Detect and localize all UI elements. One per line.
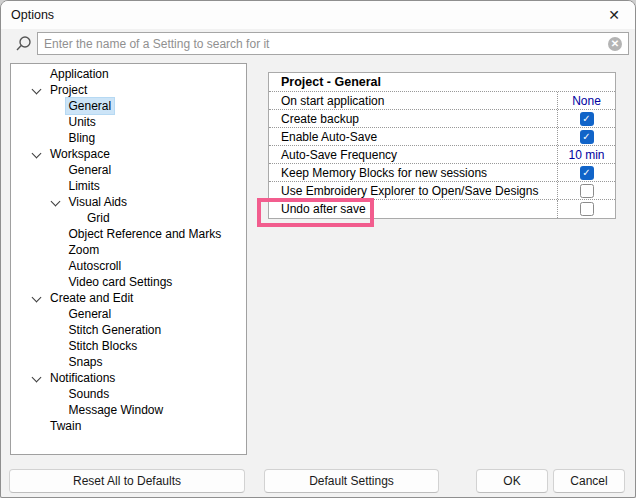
tree-item-limits[interactable]: Limits bbox=[11, 178, 246, 194]
window-title: Options bbox=[1, 8, 54, 22]
setting-label: Auto-Save Frequency bbox=[269, 148, 557, 162]
title-bar: Options ✕ bbox=[1, 1, 635, 29]
checkbox-checked-icon[interactable]: ✓ bbox=[580, 166, 594, 180]
reset-all-to-defaults-button[interactable]: Reset All to Defaults bbox=[9, 469, 245, 493]
checkbox-checked-icon[interactable]: ✓ bbox=[580, 130, 594, 144]
chevron-down-icon[interactable] bbox=[28, 82, 47, 98]
checkbox-unchecked-icon[interactable] bbox=[580, 202, 594, 216]
setting-value-cell: ✓ bbox=[557, 164, 615, 181]
setting-label: Use Embroidery Explorer to Open/Save Des… bbox=[269, 184, 557, 198]
settings-row-enable-auto-save: Enable Auto-Save✓ bbox=[269, 128, 615, 146]
setting-value[interactable]: None bbox=[572, 94, 601, 108]
clear-search-icon[interactable]: ✕ bbox=[608, 37, 622, 51]
chevron-placeholder bbox=[47, 114, 66, 130]
chevron-placeholder bbox=[47, 130, 66, 146]
chevron-placeholder bbox=[47, 162, 66, 178]
tree-item-twain[interactable]: Twain bbox=[11, 418, 246, 434]
tree-item-workspace[interactable]: Workspace bbox=[11, 146, 246, 162]
checkbox-checked-icon[interactable]: ✓ bbox=[580, 112, 594, 126]
chevron-placeholder bbox=[47, 322, 66, 338]
setting-value-cell: 10 min bbox=[557, 146, 615, 163]
tree-item-label: Autoscroll bbox=[66, 258, 125, 274]
tree-item-label: Grid bbox=[84, 210, 113, 226]
tree-item-label: Create and Edit bbox=[47, 290, 136, 306]
chevron-down-icon[interactable] bbox=[28, 146, 47, 162]
tree-item-snaps[interactable]: Snaps bbox=[11, 354, 246, 370]
tree-item-label: Message Window bbox=[66, 402, 167, 418]
settings-row-use-embroidery-explorer-to-open-save-designs: Use Embroidery Explorer to Open/Save Des… bbox=[269, 182, 615, 200]
tree-item-video-card-settings[interactable]: Video card Settings bbox=[11, 274, 246, 290]
chevron-placeholder bbox=[47, 274, 66, 290]
tree-item-label: General bbox=[66, 162, 115, 178]
chevron-placeholder bbox=[47, 306, 66, 322]
settings-table: Project - General On start applicationNo… bbox=[268, 72, 616, 219]
tree-item-label: Workspace bbox=[47, 146, 113, 162]
chevron-placeholder bbox=[47, 178, 66, 194]
tree-item-autoscroll[interactable]: Autoscroll bbox=[11, 258, 246, 274]
tree-item-zoom[interactable]: Zoom bbox=[11, 242, 246, 258]
chevron-down-icon[interactable] bbox=[28, 370, 47, 386]
ok-button[interactable]: OK bbox=[476, 469, 548, 493]
tree-item-general[interactable]: General bbox=[11, 306, 246, 322]
chevron-placeholder bbox=[47, 338, 66, 354]
settings-row-auto-save-frequency: Auto-Save Frequency10 min bbox=[269, 146, 615, 164]
tree-item-label: Sounds bbox=[66, 386, 113, 402]
close-icon[interactable]: ✕ bbox=[599, 3, 629, 27]
tree-item-label: Bling bbox=[66, 130, 99, 146]
checkbox-unchecked-icon[interactable] bbox=[580, 184, 594, 198]
setting-label: Create backup bbox=[269, 112, 557, 126]
tree-item-sounds[interactable]: Sounds bbox=[11, 386, 246, 402]
tree-item-notifications[interactable]: Notifications bbox=[11, 370, 246, 386]
setting-label: Undo after save bbox=[269, 202, 557, 216]
setting-value[interactable]: 10 min bbox=[568, 148, 604, 162]
chevron-placeholder bbox=[47, 386, 66, 402]
tree-item-label: Zoom bbox=[66, 242, 103, 258]
tree-item-stitch-generation[interactable]: Stitch Generation bbox=[11, 322, 246, 338]
search-icon bbox=[14, 35, 32, 53]
tree-item-label: Twain bbox=[47, 418, 84, 434]
tree-item-label: General bbox=[66, 306, 115, 322]
chevron-placeholder bbox=[47, 226, 66, 242]
chevron-placeholder bbox=[47, 258, 66, 274]
chevron-placeholder bbox=[47, 354, 66, 370]
tree-item-general[interactable]: General bbox=[11, 162, 246, 178]
tree-item-visual-aids[interactable]: Visual Aids bbox=[11, 194, 246, 210]
chevron-placeholder bbox=[47, 402, 66, 418]
tree-item-label: Stitch Generation bbox=[66, 322, 165, 338]
tree-item-message-window[interactable]: Message Window bbox=[11, 402, 246, 418]
tree-item-create-and-edit[interactable]: Create and Edit bbox=[11, 290, 246, 306]
tree-item-label: Application bbox=[47, 66, 112, 82]
search-input[interactable] bbox=[37, 32, 629, 55]
setting-value-cell: ✓ bbox=[557, 128, 615, 145]
tree-item-label: Snaps bbox=[66, 354, 106, 370]
chevron-placeholder bbox=[28, 418, 47, 434]
options-dialog: Options ✕ ✕ ApplicationProjectGeneralUni… bbox=[0, 0, 636, 498]
setting-label: Keep Memory Blocks for new sessions bbox=[269, 166, 557, 180]
setting-value-cell: None bbox=[557, 92, 615, 109]
tree-item-grid[interactable]: Grid bbox=[11, 210, 246, 226]
tree-item-stitch-blocks[interactable]: Stitch Blocks bbox=[11, 338, 246, 354]
chevron-down-icon[interactable] bbox=[47, 194, 66, 210]
default-settings-button[interactable]: Default Settings bbox=[264, 469, 439, 493]
tree-item-label: Object Reference and Marks bbox=[66, 226, 225, 242]
settings-row-undo-after-save: Undo after save bbox=[269, 200, 615, 218]
setting-label: On start application bbox=[269, 94, 557, 108]
settings-tree: ApplicationProjectGeneralUnitsBlingWorks… bbox=[10, 63, 247, 455]
tree-item-units[interactable]: Units bbox=[11, 114, 246, 130]
settings-panel-title: Project - General bbox=[269, 73, 615, 92]
tree-item-application[interactable]: Application bbox=[11, 66, 246, 82]
cancel-button[interactable]: Cancel bbox=[553, 469, 625, 493]
setting-label: Enable Auto-Save bbox=[269, 130, 557, 144]
tree-item-label: Limits bbox=[66, 178, 103, 194]
settings-rows: On start applicationNoneCreate backup✓En… bbox=[269, 92, 615, 218]
tree-item-label: Units bbox=[66, 114, 99, 130]
chevron-placeholder bbox=[65, 210, 84, 226]
tree-item-bling[interactable]: Bling bbox=[11, 130, 246, 146]
tree-item-label: Stitch Blocks bbox=[66, 338, 141, 354]
tree-item-general[interactable]: General bbox=[11, 98, 246, 114]
tree-item-object-reference-and-marks[interactable]: Object Reference and Marks bbox=[11, 226, 246, 242]
tree-item-label: Notifications bbox=[47, 370, 118, 386]
chevron-down-icon[interactable] bbox=[28, 290, 47, 306]
tree-item-project[interactable]: Project bbox=[11, 82, 246, 98]
tree-item-label: Visual Aids bbox=[66, 194, 130, 210]
